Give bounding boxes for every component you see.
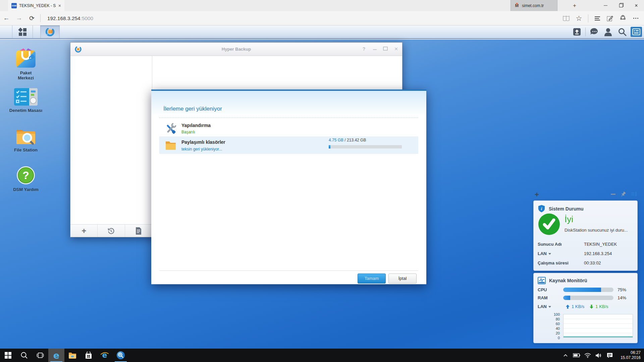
add-task-button[interactable]: + <box>70 225 98 237</box>
restore-item-shared-folders[interactable]: Paylaşımlı klasörler teksin geri yükleni… <box>159 136 418 154</box>
info-row-server-name: Sunucu Adı TEKSIN_YEDEK <box>538 242 634 247</box>
refresh-button[interactable]: ⟳ <box>25 14 38 22</box>
lan-traffic-row: LAN 1 KB/s 1 KB/s <box>538 304 634 309</box>
tab-close-icon[interactable]: × <box>58 3 61 8</box>
hyper-backup-icon <box>45 27 55 37</box>
tab-dsm[interactable]: DSM TEKSIN_YEDEK - Syno × <box>8 0 64 11</box>
new-tab-button[interactable]: + <box>570 1 579 10</box>
hyper-backup-task-button[interactable] <box>40 25 60 38</box>
progress-total: / 213.42 GB <box>343 138 366 142</box>
resource-monitor-widget: Kaynak Monitörü CPU 75% RAM 14% LAN 1 KB… <box>533 273 638 343</box>
main-menu-button[interactable] <box>12 25 33 38</box>
hyper-backup-titlebar[interactable]: Hyper Backup ? ✕ <box>70 43 402 56</box>
row-label[interactable]: LAN <box>538 251 584 256</box>
cancel-button[interactable]: İptal <box>388 274 417 284</box>
taskbar-clock[interactable]: 06:27 15.07.2016 <box>615 350 644 360</box>
cpu-bar-fill <box>563 288 601 292</box>
external-device-icon[interactable] <box>571 27 583 37</box>
desktop-icon-label: File Station <box>14 147 38 153</box>
close-button[interactable]: ✕ <box>393 46 399 52</box>
synology-assistant-button[interactable] <box>113 349 129 362</box>
back-button[interactable]: ← <box>0 14 13 22</box>
tab-title: TEKSIN_YEDEK - Syno <box>19 3 56 8</box>
reading-view-icon[interactable] <box>560 13 572 24</box>
desktop-icon-dsm-yardim[interactable]: ? DSM Yardım <box>3 166 48 192</box>
configuration-tools-icon <box>165 122 177 134</box>
windows-store-button[interactable] <box>80 349 97 362</box>
browser-tab-strip: DSM TEKSIN_YEDEK - Syno × M simet.com.tr… <box>0 0 644 11</box>
pin-icon[interactable] <box>620 191 626 197</box>
favorites-star-icon[interactable]: ☆ <box>573 13 585 24</box>
clock-time: 06:27 <box>615 350 641 355</box>
file-explorer-button[interactable] <box>64 349 80 362</box>
item-name: Paylaşımlı klasörler <box>181 139 225 145</box>
clock-date: 15.07.2016 <box>615 355 641 360</box>
status-good-icon <box>538 214 560 235</box>
shared-folder-icon <box>165 139 177 151</box>
add-widget-button[interactable]: + <box>535 190 539 199</box>
window-minimize-button[interactable] <box>598 0 613 11</box>
widget-layout-icon[interactable] <box>631 191 637 197</box>
system-health-status: İyi <box>565 214 573 225</box>
dsm-taskbar <box>0 25 644 39</box>
url-port: :5000 <box>80 15 94 21</box>
task-view-button[interactable] <box>32 349 48 362</box>
more-options-icon[interactable] <box>630 13 641 24</box>
desktop-icon-label: DSM Yardım <box>13 187 39 192</box>
ram-label: RAM <box>538 295 563 300</box>
dialog-header: İlerleme geri yükleniyor <box>151 91 426 116</box>
restore-progress-fill <box>329 145 330 148</box>
search-icon[interactable] <box>616 27 628 37</box>
forward-button[interactable]: → <box>13 14 25 22</box>
row-label: Çalışma süresi <box>538 260 584 265</box>
tray-expand-chevron[interactable] <box>560 354 571 357</box>
battery-icon[interactable] <box>571 353 582 357</box>
backup-task-list-panel: + <box>70 56 152 237</box>
log-button[interactable] <box>125 225 152 237</box>
system-health-description: DiskStation sunucunuz iyi duru... <box>565 228 634 233</box>
widgets-panel-button[interactable] <box>631 27 642 37</box>
info-row-uptime: Çalışma süresi 00:33:02 <box>538 260 634 265</box>
maximize-button[interactable] <box>383 46 388 52</box>
ok-button[interactable]: Tamam <box>358 274 386 284</box>
svg-text:?: ? <box>22 169 29 181</box>
user-account-icon[interactable] <box>602 27 614 37</box>
chevron-down-icon <box>548 253 551 255</box>
internet-explorer-button[interactable]: e <box>97 349 113 362</box>
resource-monitor-icon <box>538 277 546 284</box>
restore-button[interactable] <box>98 225 125 237</box>
web-note-icon[interactable] <box>604 13 616 24</box>
window-close-button[interactable]: × <box>629 0 644 11</box>
desktop-icon-denetim-masasi[interactable]: Denetim Masası <box>3 88 48 113</box>
simet-favicon: M <box>514 3 520 8</box>
collapse-widgets-button[interactable] <box>611 194 615 195</box>
progress-text: 4.75 GB / 213.42 GB <box>329 138 406 142</box>
lan-label[interactable]: LAN <box>538 304 563 309</box>
cpu-percent: 75% <box>618 287 626 292</box>
minimize-button[interactable] <box>372 46 377 52</box>
row-value: 00:33:02 <box>584 260 601 265</box>
help-button[interactable]: ? <box>361 46 367 52</box>
desktop-icon-file-station[interactable]: File Station <box>3 127 48 153</box>
log-document-icon <box>135 227 142 235</box>
file-station-icon <box>15 127 37 145</box>
window-restore-button[interactable] <box>613 0 629 11</box>
cpu-bar <box>563 288 613 292</box>
item-status: teksin geri yükleniyor... <box>181 147 222 152</box>
action-center-icon[interactable] <box>604 352 615 358</box>
share-icon[interactable] <box>617 13 629 24</box>
volume-icon[interactable] <box>593 353 604 358</box>
notifications-icon[interactable] <box>588 27 600 37</box>
tab-simet[interactable]: M simet.com.tr <box>511 0 557 11</box>
address-bar[interactable]: 192.168.3.254:5000 <box>47 15 93 21</box>
upload-speed: 1 KB/s <box>572 304 584 309</box>
taskbar-edge-button[interactable]: e <box>48 349 64 362</box>
desktop-icon-paket-merkezi[interactable]: Paket Merkezi <box>3 48 48 80</box>
hub-icon[interactable] <box>592 13 603 24</box>
wifi-icon[interactable] <box>582 353 593 358</box>
svg-text:i: i <box>541 206 542 211</box>
progress-bar <box>329 145 402 148</box>
chart-y-axis: 100 80 60 40 20 0 <box>538 312 560 340</box>
taskbar-search-button[interactable] <box>16 349 32 362</box>
start-button[interactable] <box>0 349 16 362</box>
